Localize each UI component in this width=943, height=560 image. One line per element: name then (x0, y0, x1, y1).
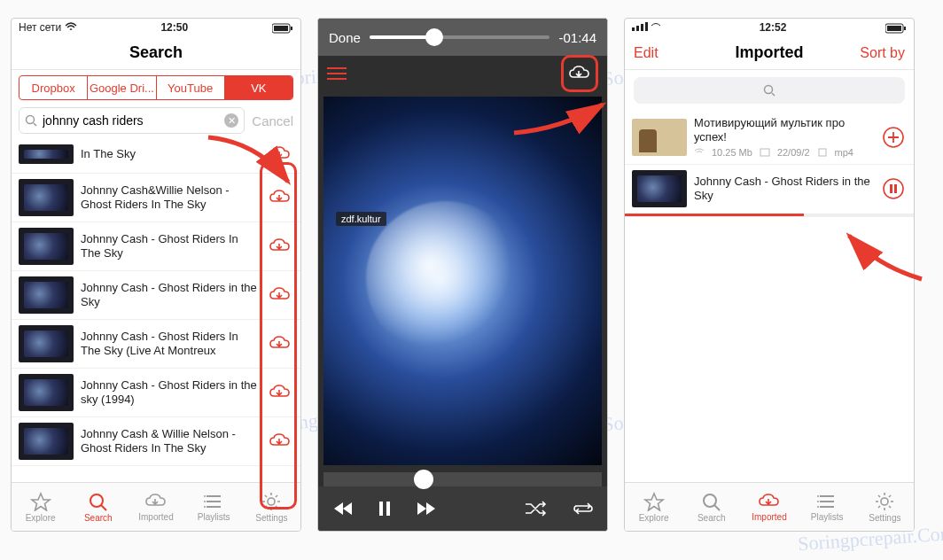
search-field[interactable] (634, 77, 905, 104)
status-bar: Нет сети 12:50 (12, 19, 300, 36)
sort-button[interactable]: Sort by (852, 45, 905, 61)
star-icon (30, 492, 51, 511)
tab-settings[interactable]: Settings (243, 483, 300, 531)
tab-search[interactable]: Search (69, 483, 127, 531)
result-title: Johnny Cash - Ghost Riders in the Sky (81, 281, 260, 310)
progress-bar[interactable] (323, 472, 602, 486)
list-icon (816, 493, 838, 510)
download-button[interactable] (267, 233, 293, 260)
result-row[interactable]: Johnny Cash&Willie Nelson - Ghost Riders… (12, 174, 300, 222)
svg-point-8 (204, 501, 206, 502)
result-title: In The Sky (81, 147, 260, 161)
tab-settings[interactable]: Settings (856, 483, 914, 531)
done-button[interactable]: Done (329, 30, 361, 45)
search-box[interactable]: ✕ (19, 107, 245, 134)
download-button[interactable] (267, 184, 293, 211)
svg-point-39 (817, 501, 819, 502)
edit-button[interactable]: Edit (634, 45, 687, 61)
svg-point-28 (765, 86, 773, 94)
svg-rect-1 (274, 26, 288, 31)
tab-imported[interactable]: Imported (740, 483, 798, 531)
result-row[interactable]: Johnny Cash - Ghost Riders in the Sky (12, 271, 300, 320)
item-size: 10.25 Mb (712, 147, 752, 159)
svg-point-3 (27, 116, 35, 124)
svg-rect-23 (641, 24, 643, 31)
add-button[interactable] (880, 124, 907, 151)
download-button[interactable] (267, 282, 293, 308)
pause-icon[interactable] (378, 501, 391, 517)
result-row[interactable]: Johnny Cash & Willie Nelson - Ghost Ride… (12, 417, 300, 466)
tab-label: Explore (639, 513, 669, 523)
shuffle-icon[interactable] (524, 501, 547, 517)
svg-point-38 (817, 495, 819, 497)
iphone-search-screen: Нет сети 12:50 Search Dropbox Google Dri… (11, 18, 301, 532)
svg-rect-19 (379, 502, 383, 516)
tab-bar: ExploreSearchImportedPlaylistsSettings (12, 482, 300, 531)
source-tabs: Dropbox Google Dri... YouTube VK (19, 75, 293, 100)
source-tab-google[interactable]: Google Dri... (88, 76, 156, 99)
source-tab-dropbox[interactable]: Dropbox (19, 76, 88, 99)
tab-explore[interactable]: Explore (625, 483, 682, 531)
scrub-slider[interactable] (370, 35, 550, 39)
svg-line-18 (265, 506, 267, 508)
svg-rect-27 (904, 27, 906, 30)
svg-line-29 (772, 93, 775, 96)
svg-rect-20 (386, 502, 390, 516)
menu-icon[interactable] (327, 67, 347, 80)
battery-icon (885, 21, 907, 34)
tab-label: Search (84, 513, 113, 523)
svg-rect-26 (887, 26, 901, 31)
result-row[interactable]: Johnny Cash - Ghost Riders In The Sky (L… (12, 320, 300, 369)
tab-imported[interactable]: Imported (127, 483, 184, 531)
source-tab-vk[interactable]: VK (225, 76, 292, 99)
tab-search[interactable]: Search (682, 483, 740, 531)
slider-knob[interactable] (425, 28, 443, 46)
header: Search (12, 36, 300, 70)
next-icon[interactable] (416, 501, 439, 517)
svg-point-10 (268, 498, 275, 505)
tab-label: Explore (26, 513, 56, 523)
pause-button[interactable] (880, 175, 907, 202)
status-bar: 12:52 (625, 19, 914, 36)
list-icon (203, 493, 224, 510)
search-icon (88, 492, 109, 511)
item-date: 22/09/2 (777, 147, 810, 159)
header: Edit Imported Sort by (625, 36, 914, 70)
svg-line-4 (34, 123, 36, 126)
tab-explore[interactable]: Explore (12, 483, 69, 531)
download-button[interactable] (267, 331, 293, 357)
results-list[interactable]: In The Sky Johnny Cash&Willie Nelson - G… (12, 141, 300, 482)
page-title: Search (74, 43, 238, 62)
list-item[interactable]: Johnny Cash - Ghost Riders in the Sky (625, 165, 914, 217)
tab-playlists[interactable]: Playlists (799, 483, 856, 531)
tab-playlists[interactable]: Playlists (185, 483, 243, 531)
svg-line-46 (878, 495, 880, 497)
svg-rect-34 (890, 184, 892, 193)
result-row[interactable]: Johnny Cash - Ghost Riders in the sky (1… (12, 369, 300, 417)
source-tab-youtube[interactable]: YouTube (157, 76, 225, 99)
list-item[interactable]: Мотивирующий мультик про успех! 10.25 Mb… (625, 111, 914, 165)
calendar-icon (760, 148, 770, 157)
repeat-icon[interactable] (572, 501, 595, 517)
player-top-bar: Done -01:44 (318, 19, 607, 56)
svg-rect-24 (645, 22, 648, 31)
result-row[interactable]: In The Sky (12, 141, 300, 174)
imported-list[interactable]: Мотивирующий мультик про успех! 10.25 Mb… (625, 111, 914, 297)
prev-icon[interactable] (331, 501, 354, 517)
clear-icon[interactable]: ✕ (224, 113, 238, 128)
search-icon (701, 492, 722, 511)
download-cloud-button[interactable] (561, 55, 598, 92)
svg-point-33 (884, 179, 903, 198)
download-button[interactable] (267, 379, 293, 406)
channel-tag: zdf.kultur (336, 212, 386, 226)
svg-line-47 (889, 506, 891, 508)
search-input[interactable] (43, 113, 219, 128)
download-button[interactable] (267, 141, 293, 167)
page-title: Imported (687, 43, 852, 62)
cancel-button[interactable]: Cancel (252, 113, 293, 128)
download-button[interactable] (267, 428, 293, 455)
result-row[interactable]: Johnny Cash - Ghost Riders In The Sky (12, 222, 300, 271)
tab-bar: ExploreSearchImportedPlaylistsSettings (625, 482, 914, 531)
progress-knob[interactable] (414, 470, 433, 489)
video-thumbnail (19, 144, 74, 164)
